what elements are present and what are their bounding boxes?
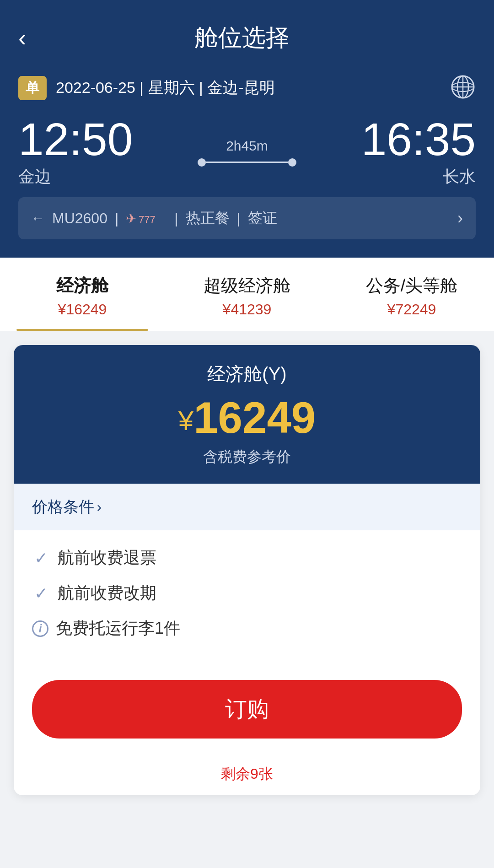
globe-icon-wrap[interactable] — [450, 74, 476, 102]
departure-city: 金边 — [18, 166, 133, 188]
price-condition-chevron-icon: › — [97, 499, 102, 515]
book-button[interactable]: 订购 — [32, 680, 462, 739]
svg-text:777: 777 — [139, 214, 156, 225]
price-condition-text: 价格条件 — [32, 496, 94, 518]
plane-icon: ✈ 777 — [126, 211, 167, 226]
arrival-time: 16:35 — [361, 116, 476, 162]
flight-duration: 2h45m — [198, 138, 296, 167]
back-button[interactable]: ‹ — [18, 26, 26, 50]
globe-icon — [450, 74, 476, 100]
tab-business-price: ¥72249 — [338, 301, 485, 318]
flight-times-row: 12:50 金边 2h45m 16:35 长水 — [18, 116, 476, 188]
info-icon-baggage: i — [32, 620, 48, 637]
tab-economy[interactable]: 经济舱 ¥16249 — [0, 258, 165, 331]
tab-premium-economy[interactable]: 超级经济舱 ¥41239 — [165, 258, 329, 331]
cabin-card: 经济舱(Y) ¥16249 含税费参考价 价格条件 › ✓ 航前收费退票 ✓ 航… — [14, 345, 480, 795]
flight-details-row[interactable]: ← MU2600 | ✈ 777 | 热正餐 | 签证 › — [18, 197, 476, 239]
separator2: | — [174, 210, 178, 227]
feature-change-text: 航前收费改期 — [58, 582, 156, 604]
airline-arrow-icon: ← — [31, 210, 45, 226]
card-cabin-name: 经济舱(Y) — [32, 361, 462, 387]
feature-refund: ✓ 航前收费退票 — [32, 547, 462, 569]
trip-type-badge: 单 — [18, 76, 47, 100]
card-price-subtitle: 含税费参考价 — [32, 447, 462, 467]
duration-text: 2h45m — [226, 138, 268, 154]
cabin-tabs: 经济舱 ¥16249 超级经济舱 ¥41239 公务/头等舱 ¥72249 — [0, 258, 494, 331]
check-icon-change: ✓ — [32, 584, 50, 603]
page-title: 舱位选择 — [35, 22, 448, 54]
flight-date-text: 2022-06-25 | 星期六 | 金边-昆明 — [56, 77, 275, 98]
header: ‹ 舱位选择 — [0, 0, 494, 65]
feature-baggage-text: 免费托运行李1件 — [56, 617, 180, 640]
tab-economy-label: 经济舱 — [9, 274, 156, 297]
separator3: | — [237, 210, 241, 227]
flight-info-section: 单 2022-06-25 | 星期六 | 金边-昆明 12:50 金边 2h45… — [0, 65, 494, 258]
book-btn-wrap: 订购 — [32, 680, 462, 739]
cabin-card-section: 经济舱(Y) ¥16249 含税费参考价 价格条件 › ✓ 航前收费退票 ✓ 航… — [0, 331, 494, 823]
meal-info: 热正餐 — [186, 208, 230, 228]
card-price-display: ¥16249 — [32, 396, 462, 440]
tab-premium-price: ¥41239 — [174, 301, 320, 318]
duration-bar — [206, 162, 288, 163]
duration-line — [198, 158, 296, 167]
spacer — [32, 652, 462, 680]
tab-premium-label: 超级经济舱 — [174, 274, 320, 297]
departure-info: 12:50 金边 — [18, 116, 133, 188]
arrival-info: 16:35 长水 — [361, 116, 476, 188]
visa-info: 签证 — [248, 208, 277, 228]
flight-date-row: 单 2022-06-25 | 星期六 | 金边-昆明 — [18, 74, 476, 102]
tab-business-label: 公务/头等舱 — [338, 274, 485, 297]
separator: | — [115, 210, 118, 227]
price-symbol: ¥ — [178, 405, 193, 436]
details-chevron-icon: › — [457, 209, 463, 228]
card-header: 经济舱(Y) ¥16249 含税费参考价 — [14, 345, 480, 484]
feature-change: ✓ 航前收费改期 — [32, 582, 462, 604]
svg-text:✈: ✈ — [126, 211, 136, 226]
arr-dot — [288, 158, 296, 167]
flight-details-left: ← MU2600 | ✈ 777 | 热正餐 | 签证 — [31, 208, 277, 228]
check-icon-refund: ✓ — [32, 549, 50, 568]
card-body: ✓ 航前收费退票 ✓ 航前收费改期 i 免费托运行李1件 订购 — [14, 530, 480, 757]
price-condition-row[interactable]: 价格条件 › — [14, 484, 480, 530]
tab-business[interactable]: 公务/头等舱 ¥72249 — [329, 258, 494, 331]
departure-time: 12:50 — [18, 116, 133, 162]
remaining-tickets: 剩余9张 — [14, 757, 480, 795]
card-price-value: 16249 — [193, 393, 316, 442]
tab-economy-price: ¥16249 — [9, 301, 156, 318]
arrival-city: 长水 — [361, 166, 476, 188]
flight-number: MU2600 — [52, 210, 107, 227]
feature-refund-text: 航前收费退票 — [58, 547, 156, 569]
feature-baggage: i 免费托运行李1件 — [32, 617, 462, 640]
dep-dot — [198, 158, 206, 167]
